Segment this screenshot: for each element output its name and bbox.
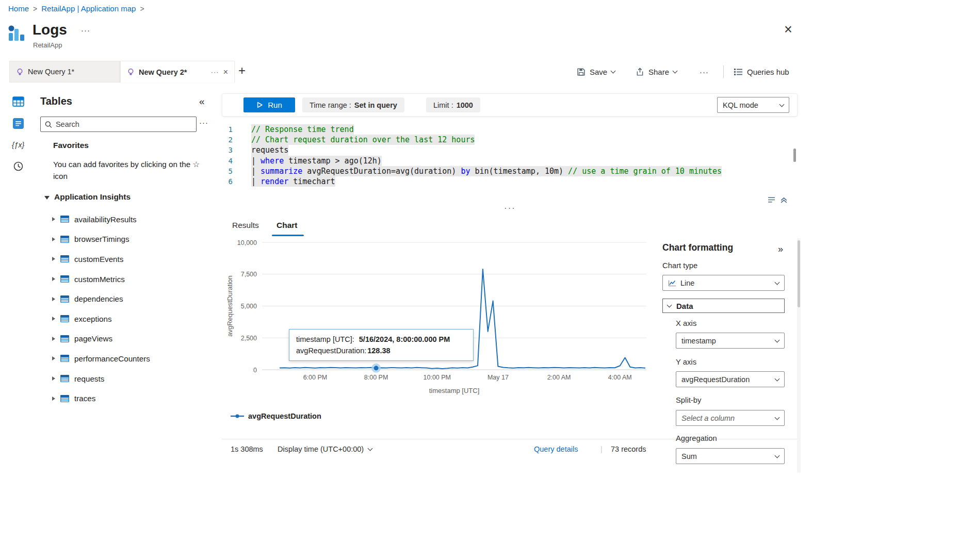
- status-separator: |: [600, 445, 603, 453]
- collapse-editor-icon[interactable]: [779, 195, 788, 204]
- breadcrumb-home-link[interactable]: Home: [8, 4, 29, 13]
- y-tick-label: 7,500: [241, 271, 257, 278]
- kql-mode-dropdown[interactable]: KQL mode: [717, 97, 789, 113]
- limit-pill[interactable]: Limit : 1000: [426, 97, 480, 112]
- expand-chevron-icon[interactable]: [52, 217, 55, 221]
- display-time-label: Display time (UTC+00:00): [278, 445, 364, 453]
- code-line-3[interactable]: 3requests: [222, 145, 798, 155]
- expand-chevron-icon[interactable]: [52, 376, 55, 381]
- query-details-link[interactable]: Query details: [534, 445, 578, 453]
- add-tab-button[interactable]: +: [238, 63, 246, 78]
- collapse-panel-icon[interactable]: «: [199, 96, 205, 107]
- panel-scrollbar[interactable]: [797, 238, 801, 473]
- queries-hub-label: Queries hub: [747, 68, 789, 76]
- chevron-down-icon: [611, 69, 616, 74]
- page-subtitle: RetailApp: [33, 41, 62, 49]
- sidebar-table-availabilityResults[interactable]: availabilityResults: [52, 209, 207, 229]
- chart-type-dropdown[interactable]: Line: [662, 275, 785, 291]
- sidebar-table-customEvents[interactable]: customEvents: [52, 249, 207, 269]
- rail-tables-icon[interactable]: [9, 93, 27, 110]
- group-application-insights[interactable]: Application Insights: [44, 192, 131, 202]
- data-section-header[interactable]: Data: [662, 299, 785, 313]
- query-tab-icon: [16, 68, 24, 76]
- expand-chevron-icon[interactable]: [52, 397, 55, 401]
- line-number: 6: [222, 176, 242, 187]
- split-by-dropdown[interactable]: Select a column: [676, 410, 785, 426]
- breadcrumb-separator: >: [140, 5, 144, 13]
- search-more-menu[interactable]: ···: [199, 118, 208, 127]
- rail-functions-icon[interactable]: {ƒx}: [9, 136, 27, 154]
- line-chart-icon: [668, 279, 676, 287]
- favorites-hint: You can add favorites by clicking on the…: [53, 158, 201, 182]
- code-line-6[interactable]: 6| render timechart: [222, 176, 798, 187]
- search-input[interactable]: [56, 120, 192, 128]
- code-text: | where timestamp > ago(12h): [251, 156, 382, 166]
- table-name: browserTimings: [74, 235, 129, 243]
- rail-query-history-icon[interactable]: [9, 157, 27, 175]
- share-button[interactable]: Share: [636, 63, 677, 80]
- tab-close-icon[interactable]: ×: [223, 68, 228, 77]
- x-axis-dropdown[interactable]: timestamp: [676, 333, 785, 349]
- code-line-1[interactable]: 1// Response time trend: [222, 124, 798, 135]
- y-axis-dropdown[interactable]: avgRequestDuration: [676, 371, 785, 387]
- close-icon[interactable]: ×: [784, 22, 792, 38]
- tab-new-query-2[interactable]: New Query 2* ··· ×: [120, 61, 235, 83]
- query-duration: 1s 308ms: [231, 445, 263, 453]
- time-range-pill[interactable]: Time range : Set in query: [302, 97, 404, 112]
- expand-chevron-icon[interactable]: [52, 257, 55, 261]
- sidebar-table-requests[interactable]: requests: [52, 369, 207, 389]
- collapse-format-panel-icon[interactable]: »: [778, 244, 783, 255]
- table-icon: [60, 236, 69, 243]
- table-name: customEvents: [74, 255, 123, 263]
- tab-results[interactable]: Results: [232, 221, 259, 230]
- rail-example-queries-icon[interactable]: [9, 114, 27, 132]
- tab-chart[interactable]: Chart: [277, 221, 297, 230]
- sidebar-table-exceptions[interactable]: exceptions: [52, 309, 207, 329]
- code-text: | summarize avgRequestDuration=avg(durat…: [251, 166, 722, 176]
- tab-more-menu[interactable]: ···: [211, 68, 219, 76]
- code-line-4[interactable]: 4| where timestamp > ago(12h): [222, 156, 798, 166]
- format-lines-icon[interactable]: [767, 195, 776, 204]
- expand-chevron-icon[interactable]: [52, 277, 55, 281]
- aggregation-dropdown[interactable]: Sum: [676, 448, 785, 464]
- expand-chevron-icon[interactable]: [52, 297, 55, 301]
- title-more-menu[interactable]: ···: [81, 26, 90, 35]
- table-name: performanceCounters: [74, 354, 150, 363]
- tab-new-query-1[interactable]: New Query 1*: [9, 61, 120, 83]
- timechart[interactable]: 02,5005,0007,50010,0006:00 PM8:00 PM10:0…: [222, 236, 655, 397]
- search-box[interactable]: [40, 117, 197, 132]
- sidebar-table-browserTimings[interactable]: browserTimings: [52, 229, 207, 250]
- toolbar-divider: [723, 65, 724, 78]
- expand-chevron-icon[interactable]: [52, 356, 55, 360]
- sidebar-table-performanceCounters[interactable]: performanceCounters: [52, 349, 207, 369]
- expand-chevron-icon[interactable]: [52, 317, 55, 321]
- sidebar-table-traces[interactable]: traces: [52, 388, 207, 408]
- code-line-2[interactable]: 2// Chart request duration over the last…: [222, 135, 798, 145]
- table-icon: [60, 375, 69, 382]
- group-label: Application Insights: [54, 192, 131, 202]
- chart-legend[interactable]: avgRequestDuration: [231, 412, 321, 420]
- run-button[interactable]: Run: [243, 97, 295, 112]
- logs-app-icon: [7, 24, 28, 46]
- search-icon: [45, 121, 52, 128]
- query-editor[interactable]: 1// Response time trend2// Chart request…: [222, 124, 798, 187]
- sidebar-table-customMetrics[interactable]: customMetrics: [52, 269, 207, 289]
- queries-hub-button[interactable]: Queries hub: [734, 63, 789, 80]
- expand-chevron-icon[interactable]: [52, 237, 55, 241]
- display-time-dropdown[interactable]: Display time (UTC+00:00): [278, 445, 372, 453]
- pane-splitter-handle[interactable]: ···: [504, 203, 516, 213]
- chevron-down-icon: [779, 102, 785, 107]
- tables-list: availabilityResultsbrowserTimingscustomE…: [52, 209, 207, 408]
- x-axis-label: X axis: [676, 319, 696, 327]
- expand-chevron-icon[interactable]: [52, 337, 55, 341]
- breadcrumb-app-link[interactable]: RetailApp | Application map: [41, 4, 136, 13]
- scrollbar-thumb[interactable]: [798, 240, 800, 307]
- table-icon: [60, 395, 69, 402]
- sidebar-table-pageViews[interactable]: pageViews: [52, 329, 207, 349]
- table-icon: [60, 335, 69, 342]
- editor-scrollbar[interactable]: [793, 149, 796, 162]
- save-button[interactable]: Save: [577, 63, 615, 80]
- sidebar-table-dependencies[interactable]: dependencies: [52, 289, 207, 309]
- toolbar-more-menu[interactable]: ···: [700, 63, 709, 80]
- code-line-5[interactable]: 5| summarize avgRequestDuration=avg(dura…: [222, 166, 798, 176]
